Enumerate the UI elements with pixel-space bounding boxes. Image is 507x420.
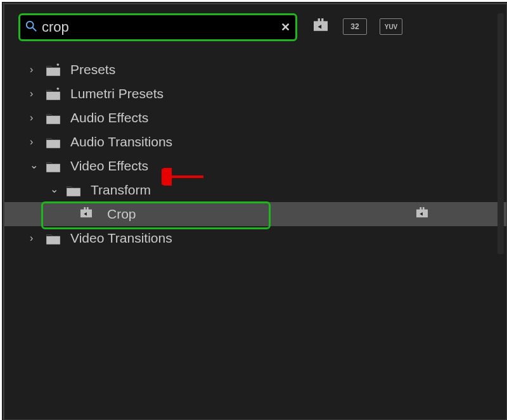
- tree-label: Crop: [107, 207, 136, 222]
- search-input[interactable]: [41, 18, 281, 36]
- scrollbar[interactable]: [497, 13, 504, 411]
- tree-item-video-effects[interactable]: ⌄ Video Effects: [4, 154, 506, 178]
- tree-label: Lumetri Presets: [70, 86, 164, 101]
- folder-star-icon: [45, 63, 63, 76]
- chevron-right-icon: ›: [30, 136, 45, 148]
- svg-point-3: [27, 21, 34, 28]
- tree-label: Video Effects: [70, 158, 148, 174]
- chevron-down-icon: ⌄: [30, 159, 45, 171]
- folder-icon: [65, 184, 83, 196]
- tree-item-lumetri[interactable]: › Lumetri Presets: [4, 82, 506, 106]
- tree-label: Video Transitions: [70, 231, 172, 246]
- chevron-right-icon: ›: [30, 64, 45, 75]
- tree-label: Audio Transitions: [70, 134, 172, 150]
- folder-icon: [45, 111, 63, 124]
- tree-label: Presets: [70, 62, 115, 77]
- top-row: ✕ 32 YUV: [4, 4, 506, 41]
- folder-icon: [45, 232, 63, 245]
- svg-line-4: [33, 27, 36, 30]
- accelerated-effects-icon[interactable]: [311, 18, 330, 32]
- chevron-right-icon: ›: [30, 232, 45, 244]
- search-field-highlight: ✕: [18, 13, 297, 41]
- chevron-down-icon: ⌄: [50, 183, 65, 195]
- chevron-right-icon: ›: [30, 112, 45, 124]
- tree-item-crop[interactable]: Crop: [4, 202, 506, 226]
- tree-label: Transform: [91, 182, 151, 198]
- folder-star-icon: [45, 87, 63, 100]
- crop-selection-highlight: [41, 201, 271, 229]
- effects-panel: ✕ 32 YUV › Presets › Lumetri Presets › A…: [3, 3, 507, 420]
- tree-item-video-transitions[interactable]: › Video Transitions: [4, 226, 506, 250]
- folder-icon: [45, 136, 63, 148]
- 32bit-icon[interactable]: 32: [343, 18, 367, 35]
- chevron-right-icon: ›: [30, 88, 45, 99]
- clear-search-icon[interactable]: ✕: [281, 20, 290, 34]
- tree-item-transform[interactable]: ⌄ Transform: [4, 178, 506, 202]
- effect-icon: [79, 207, 93, 222]
- tree-label: Audio Effects: [70, 110, 148, 125]
- tree-item-audio-effects[interactable]: › Audio Effects: [4, 106, 506, 130]
- yuv-icon[interactable]: YUV: [380, 18, 402, 35]
- tree-item-presets[interactable]: › Presets: [4, 58, 506, 82]
- effects-tree: › Presets › Lumetri Presets › Audio Effe…: [4, 58, 506, 250]
- accelerated-badge-icon: [415, 207, 429, 221]
- search-icon: [25, 20, 37, 35]
- filter-icons: 32 YUV: [311, 19, 402, 35]
- tree-item-audio-transitions[interactable]: › Audio Transitions: [4, 130, 506, 154]
- folder-icon: [45, 160, 63, 172]
